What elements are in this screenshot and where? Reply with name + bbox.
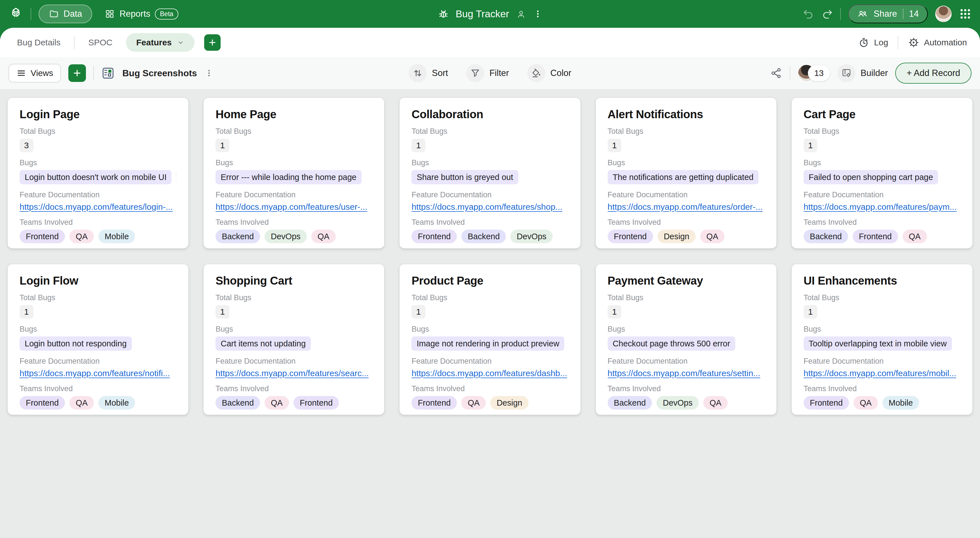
field-label-teams-involved: Teams Involved <box>608 218 765 227</box>
field-label-feature-documentation: Feature Documentation <box>412 190 568 199</box>
view-title[interactable]: Bug Screenshots <box>122 68 197 79</box>
feature-doc-link[interactable]: https://docs.myapp.com/features/login-..… <box>19 202 173 212</box>
nav-reports-label: Reports <box>119 9 150 19</box>
share-label: Share <box>873 9 897 19</box>
field-label-feature-documentation: Feature Documentation <box>803 190 961 199</box>
workspace-sheet: Bug Details SPOC Features Log <box>0 28 980 538</box>
feature-doc-link[interactable]: https://docs.myapp.com/features/settin..… <box>608 368 760 378</box>
log-button[interactable]: Log <box>858 37 888 48</box>
bug-chips-row: Image not rendering in product preview <box>412 336 568 351</box>
nav-tab-reports[interactable]: Reports Beta <box>100 5 183 23</box>
team-chip: QA <box>264 396 289 409</box>
tab-divider <box>74 36 75 49</box>
feature-card[interactable]: Product Page Total Bugs 1 Bugs Image not… <box>399 264 581 415</box>
features-tab-label: Features <box>136 38 172 48</box>
field-label-bugs: Bugs <box>803 325 961 333</box>
collaborator-icon[interactable] <box>515 8 527 19</box>
field-label-total-bugs: Total Bugs <box>412 127 568 136</box>
automation-button[interactable]: Automation <box>908 37 967 48</box>
app-logo-icon[interactable] <box>8 6 23 21</box>
feature-doc-link[interactable]: https://docs.myapp.com/features/searc... <box>215 368 369 378</box>
feature-card[interactable]: UI Enhancements Total Bugs 1 Bugs Toolti… <box>791 264 973 415</box>
card-title: Cart Page <box>803 108 961 121</box>
views-button[interactable]: Views <box>8 64 61 83</box>
base-menu-kebab-icon[interactable] <box>533 9 542 19</box>
card-title: Product Page <box>412 275 568 287</box>
total-bugs-value: 1 <box>803 139 818 152</box>
team-chip: Mobile <box>99 230 135 243</box>
color-button[interactable]: Color <box>527 64 571 82</box>
add-record-button[interactable]: + Add Record <box>895 63 972 84</box>
team-chip: DevOps <box>657 396 699 409</box>
tab-divider-right <box>898 36 898 49</box>
builder-button[interactable]: Builder <box>837 64 888 82</box>
field-label-teams-involved: Teams Involved <box>19 384 177 393</box>
sort-button[interactable]: Sort <box>409 64 448 82</box>
bug-icon <box>438 8 449 20</box>
team-chip: QA <box>70 396 94 409</box>
bug-chips-row: Failed to open shopping cart page <box>803 170 961 184</box>
table-tab-spoc[interactable]: SPOC <box>84 38 116 48</box>
feature-card[interactable]: Collaboration Total Bugs 1 Bugs Share bu… <box>399 97 581 249</box>
feature-card[interactable]: Payment Gateway Total Bugs 1 Bugs Checko… <box>595 264 777 415</box>
table-tab-features-active[interactable]: Features <box>126 33 194 52</box>
team-chips-row: FrontendQAMobile <box>19 396 177 409</box>
feature-doc-link[interactable]: https://docs.myapp.com/features/paym... <box>803 202 957 212</box>
feature-card[interactable]: Alert Notifications Total Bugs 1 Bugs Th… <box>595 97 777 249</box>
folder-icon <box>49 9 59 19</box>
feature-card[interactable]: Cart Page Total Bugs 1 Bugs Failed to op… <box>791 97 973 249</box>
undo-icon[interactable] <box>803 8 814 19</box>
field-label-bugs: Bugs <box>412 159 568 167</box>
bug-chip: Error --- while loading the home page <box>215 170 361 184</box>
team-chip: Frontend <box>19 230 65 243</box>
apps-grid-icon[interactable] <box>959 8 972 20</box>
total-bugs-value: 1 <box>215 139 229 152</box>
team-chip: Frontend <box>412 230 457 243</box>
share-button[interactable]: Share 14 <box>848 5 928 23</box>
team-chip: QA <box>311 230 336 243</box>
share-count: 14 <box>909 9 919 19</box>
feature-doc-link[interactable]: https://docs.myapp.com/features/user-... <box>215 202 367 212</box>
field-label-feature-documentation: Feature Documentation <box>19 190 177 199</box>
share-view-icon[interactable] <box>770 67 782 79</box>
add-view-button[interactable] <box>68 64 86 82</box>
card-title: Payment Gateway <box>608 275 765 287</box>
field-label-bugs: Bugs <box>19 325 177 333</box>
add-table-button[interactable] <box>204 34 221 51</box>
feature-doc-link[interactable]: https://docs.myapp.com/features/order-..… <box>608 202 763 212</box>
nav-tab-data[interactable]: Data <box>38 5 92 23</box>
team-chip: QA <box>70 230 94 243</box>
feature-doc-link[interactable]: https://docs.myapp.com/features/shop... <box>412 202 562 212</box>
feature-doc-link[interactable]: https://docs.myapp.com/features/notifi..… <box>19 368 170 378</box>
filter-button[interactable]: Filter <box>466 64 509 82</box>
sort-icon <box>409 64 427 82</box>
automation-gear-icon <box>908 37 919 48</box>
field-label-feature-documentation: Feature Documentation <box>608 357 765 366</box>
feature-doc-link[interactable]: https://docs.myapp.com/features/dashb... <box>412 368 567 378</box>
bug-chip: Image not rendering in product preview <box>412 336 564 351</box>
feature-card[interactable]: Home Page Total Bugs 1 Bugs Error --- wh… <box>203 97 385 249</box>
collaborators[interactable]: 13 <box>798 64 830 82</box>
team-chips-row: FrontendDesignQA <box>608 230 765 243</box>
toolbar-divider-right <box>790 67 790 79</box>
bug-chips-row: Login button doesn't work on mobile UIT <box>19 170 177 184</box>
clock-icon <box>858 37 869 48</box>
card-title: Home Page <box>215 108 372 121</box>
base-title[interactable]: Bug Tracker <box>456 8 509 19</box>
total-bugs-value: 1 <box>608 139 622 152</box>
field-label-total-bugs: Total Bugs <box>803 127 961 136</box>
view-menu-kebab-icon[interactable] <box>204 68 213 78</box>
total-bugs-value: 1 <box>412 305 425 319</box>
feature-card[interactable]: Login Page Total Bugs 3 Bugs Login butto… <box>7 97 189 249</box>
field-label-total-bugs: Total Bugs <box>19 294 177 302</box>
redo-icon[interactable] <box>821 8 833 19</box>
feature-doc-link[interactable]: https://docs.myapp.com/features/mobil... <box>803 368 956 378</box>
user-avatar[interactable] <box>935 6 951 22</box>
table-tab-bug-details[interactable]: Bug Details <box>13 38 64 48</box>
field-label-teams-involved: Teams Involved <box>412 218 568 227</box>
feature-card[interactable]: Shopping Cart Total Bugs 1 Bugs Cart ite… <box>203 264 385 415</box>
team-chip: Frontend <box>608 230 653 243</box>
feature-card[interactable]: Login Flow Total Bugs 1 Bugs Login butto… <box>7 264 189 415</box>
field-label-feature-documentation: Feature Documentation <box>412 357 568 366</box>
field-label-teams-involved: Teams Involved <box>215 384 372 393</box>
